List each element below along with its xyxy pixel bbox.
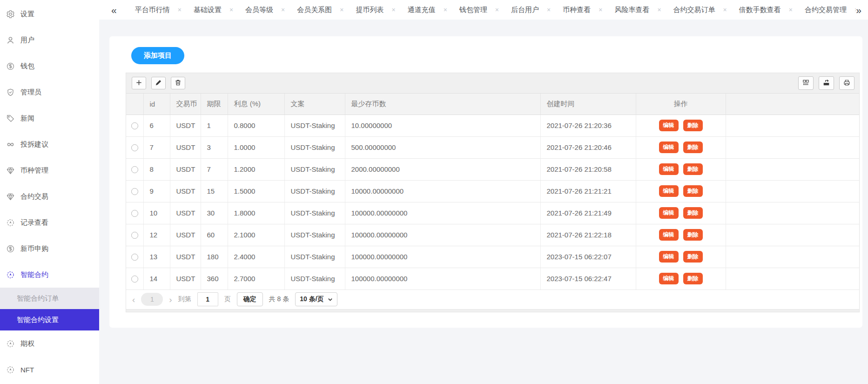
export-button[interactable] <box>819 76 834 90</box>
sidebar-subitem-smart-contract-settings[interactable]: 智能合约设置 <box>0 309 99 330</box>
print-button[interactable] <box>839 76 855 90</box>
tab-label: 后台用户 <box>511 6 539 14</box>
sidebar-item-settings[interactable]: 设置 <box>0 1 99 27</box>
tab-label: 合约交易管理 <box>805 6 847 14</box>
plus-icon <box>135 79 142 88</box>
close-icon[interactable]: × <box>495 6 499 13</box>
cell-interest: 2.7000 <box>228 268 284 290</box>
close-icon[interactable]: × <box>547 6 551 13</box>
close-icon[interactable]: × <box>391 6 395 13</box>
row-radio[interactable] <box>131 144 138 151</box>
current-page[interactable]: 1 <box>141 293 163 306</box>
row-radio[interactable] <box>131 166 138 173</box>
close-icon[interactable]: × <box>178 6 182 13</box>
delete-button[interactable]: 删除 <box>683 141 703 153</box>
edit-button[interactable]: 编辑 <box>659 120 679 131</box>
close-icon[interactable]: × <box>657 6 661 13</box>
delete-button[interactable]: 删除 <box>683 229 703 241</box>
cell-coin: USDT <box>170 158 201 180</box>
edit-button[interactable]: 编辑 <box>659 141 679 153</box>
delete-button[interactable]: 删除 <box>683 185 703 197</box>
sidebar-item-options[interactable]: 期权 <box>0 330 99 357</box>
edit-button[interactable]: 编辑 <box>659 229 679 241</box>
cell-interest: 2.4000 <box>228 246 284 268</box>
tab-contract-trade-orders[interactable]: 合约交易订单× <box>667 0 733 20</box>
delete-button[interactable]: 删除 <box>683 251 703 263</box>
grid-add-button[interactable] <box>132 77 146 89</box>
delete-button[interactable]: 删除 <box>683 207 703 219</box>
tab-basic-settings[interactable]: 基础设置× <box>188 0 239 20</box>
close-icon[interactable]: × <box>340 6 343 13</box>
prev-page-icon[interactable]: ‹ <box>132 295 135 304</box>
grid-toolbar <box>126 73 859 94</box>
close-icon[interactable]: × <box>281 6 285 13</box>
collapse-right-icon[interactable]: » <box>856 5 861 15</box>
cell-id: 10 <box>143 202 170 224</box>
edit-button[interactable]: 编辑 <box>659 185 679 197</box>
col-header-actions: 操作 <box>636 94 726 115</box>
confirm-button[interactable]: 确定 <box>237 292 263 306</box>
sidebar-item-label: 管理员 <box>20 88 41 97</box>
row-radio[interactable] <box>131 188 138 195</box>
row-radio[interactable] <box>131 210 138 217</box>
edit-button[interactable]: 编辑 <box>659 273 679 284</box>
close-icon[interactable]: × <box>229 6 233 13</box>
close-icon[interactable]: × <box>723 6 727 13</box>
row-select-cell <box>126 158 143 180</box>
sidebar-item-news[interactable]: 新闻 <box>0 105 99 131</box>
delete-button[interactable]: 删除 <box>683 163 703 175</box>
sidebar-item-coin-management[interactable]: 币种管理 <box>0 157 99 183</box>
row-radio[interactable] <box>131 254 138 261</box>
row-actions-cell: 编辑删除 <box>636 224 726 246</box>
tab-channel-deposit[interactable]: 通道充值× <box>402 0 453 20</box>
sidebar-item-feedback[interactable]: 投拆建议 <box>0 131 99 157</box>
tab-contract-trade-management[interactable]: 合约交易管理× <box>799 0 856 20</box>
sidebar-item-smart-contract[interactable]: 智能合约 <box>0 262 99 288</box>
tab-label: 平台币行情 <box>135 6 170 14</box>
tab-platform-coin-market[interactable]: 平台币行情× <box>129 0 188 20</box>
cell-interest: 2.1000 <box>228 224 284 246</box>
sidebar-subitem-smart-contract-orders[interactable]: 智能合约订单 <box>0 288 99 309</box>
tab-withdrawal-list[interactable]: 提币列表× <box>350 0 401 20</box>
sidebar-item-wallet[interactable]: 钱包 <box>0 53 99 79</box>
tab-risk-rate-view[interactable]: 风险率查看× <box>608 0 667 20</box>
page-size-select[interactable]: 10 条/页 <box>295 292 337 306</box>
row-radio[interactable] <box>131 232 138 239</box>
row-radio[interactable] <box>131 276 138 283</box>
delete-button[interactable]: 删除 <box>683 120 703 131</box>
cell-created-at: 2021-07-26 21:22:18 <box>540 224 636 246</box>
sidebar-item-new-coin-subscription[interactable]: 新币申购 <box>0 236 99 262</box>
goto-page-input[interactable] <box>197 292 218 306</box>
edit-button[interactable]: 编辑 <box>659 163 679 175</box>
printer-icon <box>843 79 850 88</box>
tab-wallet-management[interactable]: 钱包管理× <box>453 0 505 20</box>
tab-multiplier-lots-view[interactable]: 倍数手数查看× <box>733 0 799 20</box>
grid-delete-button[interactable] <box>171 77 185 89</box>
tab-member-level[interactable]: 会员等级× <box>239 0 291 20</box>
collapse-left-icon[interactable]: « <box>111 5 117 15</box>
close-icon[interactable]: × <box>444 6 447 13</box>
row-select-cell <box>126 268 143 290</box>
sidebar-item-nft[interactable]: NFT <box>0 357 99 383</box>
cell-created-at: 2021-07-26 21:20:58 <box>540 158 636 180</box>
sidebar-item-record-view[interactable]: 记录查看 <box>0 209 99 236</box>
row-radio[interactable] <box>131 122 138 129</box>
grid-edit-button[interactable] <box>151 77 166 89</box>
sidebar-item-contract-trading[interactable]: 合约交易 <box>0 183 99 209</box>
sidebar-item-users[interactable]: 用户 <box>0 27 99 53</box>
sidebar-item-label: 币种管理 <box>20 166 48 175</box>
column-toggle-button[interactable] <box>798 76 814 90</box>
tab-coin-view[interactable]: 币种查看× <box>557 0 608 20</box>
next-page-icon[interactable]: › <box>169 295 172 304</box>
close-icon[interactable]: × <box>599 6 602 13</box>
tab-backend-users[interactable]: 后台用户× <box>505 0 557 20</box>
delete-button[interactable]: 删除 <box>683 273 703 284</box>
edit-button[interactable]: 编辑 <box>659 251 679 263</box>
close-icon[interactable]: × <box>789 6 793 13</box>
add-item-button[interactable]: 添加项目 <box>131 47 184 64</box>
sidebar-item-admin[interactable]: 管理员 <box>0 79 99 105</box>
empty-cell <box>726 268 859 290</box>
cell-coin: USDT <box>170 136 201 158</box>
edit-button[interactable]: 编辑 <box>659 207 679 219</box>
tab-member-relation-graph[interactable]: 会员关系图× <box>291 0 350 20</box>
